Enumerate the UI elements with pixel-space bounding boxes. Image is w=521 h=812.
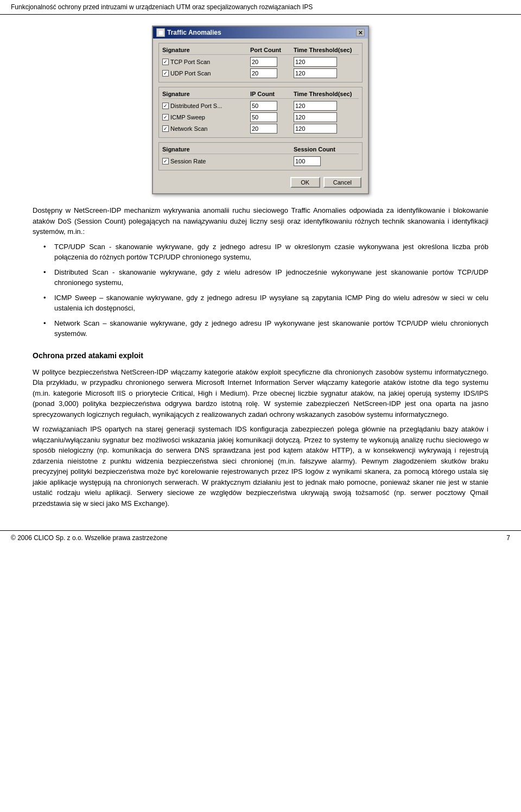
section1-header: Signature Port Count Time Threshold(sec) bbox=[162, 46, 359, 55]
page-header: Funkcjonalność ochrony przed intruzami w… bbox=[0, 0, 521, 15]
dialog-window: ▦ Traffic Anomalies ✕ Signature Port Cou… bbox=[152, 26, 369, 194]
udp-port-count-input[interactable] bbox=[250, 68, 277, 78]
section2-header: Signature IP Count Time Threshold(sec) bbox=[162, 90, 359, 99]
distributed-port-scan-row: ✓ Distributed Port S... bbox=[162, 101, 359, 111]
dialog-buttons: OK Cancel bbox=[158, 175, 363, 189]
network-time-threshold-input[interactable] bbox=[294, 124, 337, 134]
dialog-body: Signature Port Count Time Threshold(sec)… bbox=[153, 39, 368, 193]
bullet-icmp-text: ICMP Sweep – skanowanie wykrywane, gdy z… bbox=[54, 294, 488, 313]
intro-paragraph: Dostępny w NetScreen-IDP mechanizm wykry… bbox=[33, 205, 488, 237]
section1-col3: Time Threshold(sec) bbox=[294, 47, 359, 53]
footer-left: © 2006 CLICO Sp. z o.o. Wszelkie prawa z… bbox=[11, 534, 167, 542]
list-item-network: Network Scan – skanowanie wykrywane, gdy… bbox=[43, 318, 488, 339]
icmp-time-threshold-input[interactable] bbox=[294, 112, 337, 122]
dialog-section-session: Signature Session Count ✓ Session Rate bbox=[158, 142, 363, 170]
body-paragraph2: W rozwiązaniach IPS opartych na starej g… bbox=[33, 424, 488, 509]
udp-port-scan-label: ✓ UDP Port Scan bbox=[162, 70, 250, 77]
tcp-port-scan-row: ✓ TCP Port Scan bbox=[162, 57, 359, 67]
distributed-port-scan-checkbox[interactable]: ✓ bbox=[162, 103, 169, 109]
session-rate-checkbox[interactable]: ✓ bbox=[162, 158, 169, 164]
header-title: Funkcjonalność ochrony przed intruzami w… bbox=[11, 3, 313, 11]
section3-header: Signature Session Count bbox=[162, 145, 359, 154]
network-scan-checkbox[interactable]: ✓ bbox=[162, 125, 169, 132]
distributed-port-scan-text: Distributed Port S... bbox=[170, 103, 222, 109]
icmp-sweep-row: ✓ ICMP Sweep bbox=[162, 112, 359, 122]
dialog-close-button[interactable]: ✕ bbox=[356, 29, 365, 36]
icmp-sweep-text: ICMP Sweep bbox=[170, 114, 205, 120]
bullet-tcp-text: TCP/UDP Scan - skanowanie wykrywane, gdy… bbox=[54, 243, 488, 262]
distributed-ip-count-input[interactable] bbox=[250, 101, 277, 111]
bullet-list: TCP/UDP Scan - skanowanie wykrywane, gdy… bbox=[43, 242, 488, 339]
network-scan-row: ✓ Network Scan bbox=[162, 124, 359, 134]
body-text: Dostępny w NetScreen-IDP mechanizm wykry… bbox=[33, 205, 488, 509]
session-count-input[interactable] bbox=[294, 156, 321, 166]
section3-col2: Session Count bbox=[294, 146, 359, 153]
network-ip-count-input[interactable] bbox=[250, 124, 277, 134]
network-scan-text: Network Scan bbox=[170, 125, 207, 132]
distributed-port-scan-label: ✓ Distributed Port S... bbox=[162, 103, 250, 109]
tcp-time-threshold-input[interactable] bbox=[294, 57, 337, 67]
udp-port-scan-checkbox[interactable]: ✓ bbox=[162, 70, 169, 77]
list-item-distributed: Distributed Scan - skanowanie wykrywane,… bbox=[43, 267, 488, 288]
body-paragraph1: W polityce bezpieczeństwa NetScreen-IDP … bbox=[33, 367, 488, 420]
section2-col1: Signature bbox=[162, 91, 250, 97]
ok-button[interactable]: OK bbox=[290, 177, 320, 188]
network-scan-label: ✓ Network Scan bbox=[162, 125, 250, 132]
main-content: ▦ Traffic Anomalies ✕ Signature Port Cou… bbox=[0, 15, 521, 525]
section3-col1: Signature bbox=[162, 146, 294, 153]
distributed-time-threshold-input[interactable] bbox=[294, 101, 337, 111]
section1-col1: Signature bbox=[162, 47, 250, 53]
section2-col2: IP Count bbox=[250, 91, 294, 97]
dialog-section-port-scan: Signature Port Count Time Threshold(sec)… bbox=[158, 43, 363, 83]
bullet-distributed-text: Distributed Scan - skanowanie wykrywane,… bbox=[54, 268, 488, 287]
bullet-network-text: Network Scan – skanowanie wykrywane, gdy… bbox=[54, 319, 488, 338]
dialog-icon: ▦ bbox=[156, 28, 165, 37]
footer-page-number: 7 bbox=[506, 534, 510, 542]
udp-port-scan-text: UDP Port Scan bbox=[170, 70, 211, 77]
tcp-port-scan-text: TCP Port Scan bbox=[170, 59, 210, 65]
section1-col2: Port Count bbox=[250, 47, 294, 53]
tcp-port-scan-label: ✓ TCP Port Scan bbox=[162, 59, 250, 65]
list-item-icmp: ICMP Sweep – skanowanie wykrywane, gdy z… bbox=[43, 293, 488, 314]
dialog-title: Traffic Anomalies bbox=[167, 29, 221, 36]
section2-col3: Time Threshold(sec) bbox=[294, 91, 359, 97]
page-footer: © 2006 CLICO Sp. z o.o. Wszelkie prawa z… bbox=[0, 530, 521, 545]
icmp-sweep-label: ✓ ICMP Sweep bbox=[162, 114, 250, 120]
icmp-ip-count-input[interactable] bbox=[250, 112, 277, 122]
session-rate-row: ✓ Session Rate bbox=[162, 156, 359, 166]
tcp-port-scan-checkbox[interactable]: ✓ bbox=[162, 59, 169, 65]
section-heading-exploit: Ochrona przed atakami exploit bbox=[33, 350, 488, 361]
dialog-section-ip-scan: Signature IP Count Time Threshold(sec) ✓… bbox=[158, 87, 363, 138]
dialog-titlebar: ▦ Traffic Anomalies ✕ bbox=[153, 27, 368, 39]
dialog-titlebar-left: ▦ Traffic Anomalies bbox=[156, 28, 221, 37]
dialog-container: ▦ Traffic Anomalies ✕ Signature Port Cou… bbox=[33, 26, 488, 194]
tcp-port-count-input[interactable] bbox=[250, 57, 277, 67]
cancel-button[interactable]: Cancel bbox=[323, 177, 361, 188]
session-rate-text: Session Rate bbox=[170, 158, 206, 164]
icmp-sweep-checkbox[interactable]: ✓ bbox=[162, 114, 169, 120]
udp-time-threshold-input[interactable] bbox=[294, 68, 337, 78]
list-item-tcp: TCP/UDP Scan - skanowanie wykrywane, gdy… bbox=[43, 242, 488, 263]
udp-port-scan-row: ✓ UDP Port Scan bbox=[162, 68, 359, 78]
session-rate-label: ✓ Session Rate bbox=[162, 158, 294, 164]
